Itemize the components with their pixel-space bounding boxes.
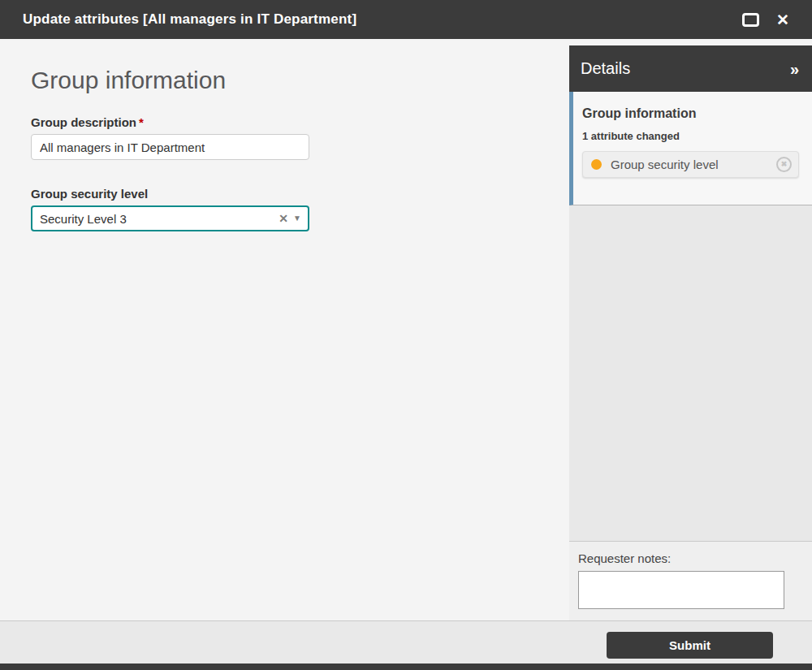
page-title: Group information [31,67,569,94]
group-description-input[interactable] [31,134,309,160]
group-security-level-label: Group security level [31,187,569,201]
changes-section: Group information 1 attribute changed Gr… [569,92,812,205]
content-row: Group information Group description* Gro… [0,39,812,620]
requester-notes-textarea[interactable] [578,571,784,609]
requester-notes-section: Requester notes: [569,541,812,620]
group-description-label-text: Group description [31,115,136,129]
revert-change-button[interactable]: ✖ [776,157,792,172]
requester-notes-label: Requester notes: [578,551,799,565]
changes-section-title: Group information [582,106,799,121]
submit-button[interactable]: Submit [607,632,773,659]
changed-status-dot-icon [591,159,602,170]
close-icon: ✕ [776,12,789,28]
changed-attribute-label: Group security level [611,158,776,171]
dialog-titlebar: Update attributes [All managers in IT De… [0,0,812,39]
maximize-button[interactable] [734,6,767,33]
attributes-changed-count: 1 attribute changed [582,130,799,142]
group-security-level-value: Security Level 3 [40,212,279,226]
panel-empty-space [569,205,812,541]
circled-x-icon: ✖ [781,161,788,168]
maximize-icon [742,13,759,27]
changed-attribute-item: Group security level ✖ [582,151,799,178]
double-chevron-right-icon: » [790,60,799,78]
group-security-level-select[interactable]: Security Level 3 ✕ ▼ [31,205,309,231]
dialog-body: Group information Group description* Gro… [0,39,812,670]
collapse-panel-button[interactable]: » [790,61,799,77]
group-description-label: Group description* [31,115,569,129]
details-panel: Details » Group information 1 attribute … [569,39,812,620]
bottom-strip [0,664,812,670]
clear-selection-icon[interactable]: ✕ [279,213,288,224]
field-gap [31,178,569,187]
required-asterisk: * [139,115,144,129]
details-panel-header: Details » [569,45,812,92]
close-button[interactable]: ✕ [767,6,799,33]
field-group-description: Group description* [31,115,569,160]
dialog-title: Update attributes [All managers in IT De… [23,11,734,28]
chevron-down-icon[interactable]: ▼ [293,214,301,223]
panel-top-gap [569,39,812,45]
details-panel-title: Details [581,59,790,78]
field-group-security-level: Group security level Security Level 3 ✕ … [31,187,569,231]
main-form-area: Group information Group description* Gro… [0,39,569,620]
dialog-footer: Submit [0,620,812,664]
